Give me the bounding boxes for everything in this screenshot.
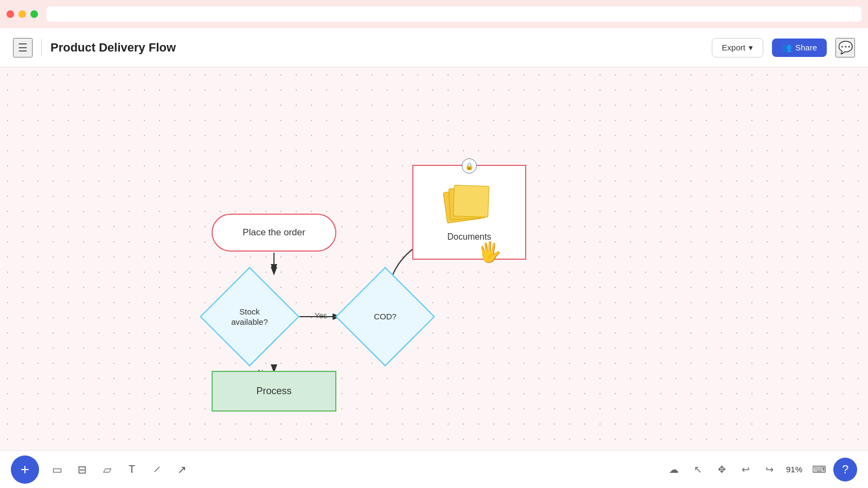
export-label: Export <box>722 43 745 52</box>
text-icon: T <box>129 463 135 476</box>
card-tool[interactable]: ⊟ <box>71 458 93 481</box>
rounded-rect-icon: ▱ <box>103 463 111 476</box>
help-icon: ? <box>842 463 848 477</box>
lock-icon: 🔒 <box>462 158 477 174</box>
chevron-down-icon: ▾ <box>749 43 753 53</box>
documents-node[interactable]: 🔒 Documents <box>412 165 526 260</box>
keyboard-shortcuts-btn[interactable]: ⌨ <box>809 460 829 479</box>
rounded-rect-tool[interactable]: ▱ <box>95 458 118 481</box>
comment-icon: 💬 <box>838 41 853 55</box>
share-icon: 👥 <box>782 43 792 53</box>
diagram-title: Product Delivery Flow <box>50 41 703 55</box>
document-icon-group <box>445 183 494 227</box>
share-button[interactable]: 👥 Share <box>772 38 827 57</box>
bottom-toolbar: + ✦ ▭ ⊟ ▱ T ─ ↗ ☁ ↖ ✥ ↩ ↪ 91% ⌨ ? <box>0 450 868 488</box>
export-button[interactable]: Export ▾ <box>712 38 763 57</box>
address-bar[interactable] <box>47 7 861 22</box>
share-label: Share <box>795 43 817 52</box>
toolbar-divider <box>41 39 42 56</box>
menu-button[interactable]: ☰ <box>13 38 33 57</box>
arrows-layer <box>0 67 868 488</box>
stock-available-node[interactable]: Stockavailable? <box>201 268 298 365</box>
doc-sheet-3 <box>453 184 489 217</box>
arrow-icon: ↗ <box>177 463 187 476</box>
rectangle-tool[interactable]: ▭ <box>46 458 68 481</box>
window-maximize-dot[interactable] <box>30 10 38 18</box>
window-minimize-dot[interactable] <box>18 10 26 18</box>
documents-label: Documents <box>448 232 492 242</box>
process-node[interactable]: Process <box>212 371 336 412</box>
text-tool[interactable]: T <box>120 458 143 481</box>
hamburger-icon: ☰ <box>18 41 28 54</box>
line-icon: ─ <box>150 463 163 476</box>
add-button[interactable]: + ✦ <box>11 455 39 484</box>
bottom-right-tools: ☁ ↖ ✥ ↩ ↪ 91% ⌨ ? <box>664 458 857 481</box>
stock-diamond-shape <box>200 267 299 367</box>
cod-node[interactable]: COD? <box>336 268 434 365</box>
cod-diamond-shape <box>335 267 435 367</box>
undo-button[interactable]: ↩ <box>736 460 755 479</box>
place-order-label: Place the order <box>242 227 305 238</box>
zoom-level: 91% <box>783 465 805 474</box>
move-tool-btn[interactable]: ✥ <box>712 460 731 479</box>
process-label: Process <box>256 386 291 397</box>
cloud-icon-btn[interactable]: ☁ <box>664 460 684 479</box>
comment-button[interactable]: 💬 <box>835 38 855 57</box>
redo-button[interactable]: ↪ <box>760 460 779 479</box>
plus-icon: + <box>21 461 29 478</box>
place-order-node[interactable]: Place the order <box>212 214 336 252</box>
help-button[interactable]: ? <box>833 458 857 481</box>
sparkle-icon: ✦ <box>34 453 41 464</box>
rect-icon: ▭ <box>52 463 62 476</box>
card-icon: ⊟ <box>78 463 87 476</box>
main-toolbar: ☰ Product Delivery Flow Export ▾ 👥 Share… <box>0 28 868 67</box>
line-tool[interactable]: ─ <box>145 458 168 481</box>
cursor-tool-btn[interactable]: ↖ <box>688 460 707 479</box>
arrow-tool[interactable]: ↗ <box>170 458 193 481</box>
diagram-canvas: Place the order Stockavailable? COD? Yes… <box>0 67 868 488</box>
yes-label: Yes <box>315 311 327 320</box>
window-close-dot[interactable] <box>7 10 14 18</box>
titlebar <box>0 0 868 28</box>
